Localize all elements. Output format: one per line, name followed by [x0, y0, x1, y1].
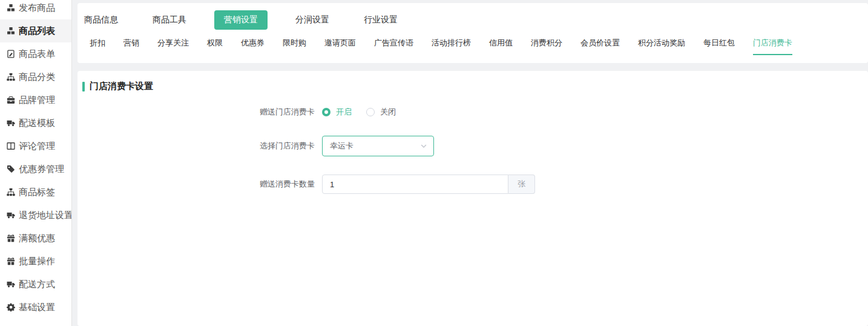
settings-form: 赠送门店消费卡 开启关闭 选择门店消费卡 幸运卡 赠送消费卡数量: [82, 107, 856, 194]
section-title-text: 门店消费卡设置: [90, 81, 153, 92]
card-select-dropdown[interactable]: 幸运卡: [322, 136, 434, 156]
secondary-tab-6[interactable]: 限时购: [283, 35, 306, 55]
sidebar-item-label: 批量操作: [19, 256, 55, 267]
radio-unselected-icon[interactable]: [366, 108, 375, 116]
sidebar-item-label: 配送模板: [19, 118, 55, 129]
sidebar-item-label: 商品表单: [19, 48, 55, 60]
secondary-tab-14[interactable]: 每日红包: [703, 35, 735, 55]
tag-icon: [6, 165, 15, 174]
sidebar-item-13[interactable]: 配送方式: [0, 273, 71, 296]
sidebar-item-5[interactable]: 品牌管理: [0, 88, 71, 111]
quantity-input-group: 张: [322, 175, 535, 194]
gift-switch-label: 赠送门店消费卡: [82, 107, 322, 118]
gift-icon: [6, 257, 15, 266]
quantity-label: 赠送消费卡数量: [82, 179, 322, 190]
sidebar-item-9[interactable]: 商品标签: [0, 181, 71, 204]
sitemap-icon: [6, 73, 15, 82]
secondary-tab-9[interactable]: 活动排行榜: [432, 35, 471, 55]
truck-icon: [6, 280, 15, 289]
radio-option-label: 关闭: [380, 107, 396, 118]
form-row-gift-switch: 赠送门店消费卡 开启关闭: [82, 107, 856, 118]
sidebar-item-label: 商品列表: [19, 25, 55, 37]
sidebar-item-11[interactable]: 满额优惠: [0, 227, 71, 250]
sidebar-item-label: 评论管理: [19, 141, 55, 152]
file-edit-icon: [6, 50, 15, 59]
quantity-input[interactable]: [322, 175, 508, 194]
content-card: 门店消费卡设置 赠送门店消费卡 开启关闭 选择门店消费卡 幸运卡: [77, 71, 868, 326]
form-row-card-select: 选择门店消费卡 幸运卡: [82, 136, 856, 156]
sidebar-item-label: 品牌管理: [19, 95, 55, 106]
card-select-value: 幸运卡: [330, 141, 353, 151]
primary-tab-1[interactable]: 商品信息: [84, 10, 118, 30]
radio-option-label: 开启: [336, 107, 352, 118]
sidebar-item-8[interactable]: 优惠券管理: [0, 158, 71, 181]
gift-switch-group: 开启关闭: [322, 107, 410, 118]
sitemap-icon: [6, 188, 15, 197]
quantity-unit: 张: [508, 175, 535, 194]
secondary-tab-1[interactable]: 折扣: [90, 35, 105, 55]
radio-option-on[interactable]: 开启: [322, 107, 352, 118]
sidebar: 发布商品商品列表商品表单商品分类品牌管理配送模板评论管理优惠券管理商品标签退货地…: [0, 0, 72, 326]
columns-icon: [6, 142, 15, 151]
secondary-tab-10[interactable]: 信用值: [489, 35, 513, 55]
primary-tab-5[interactable]: 行业设置: [364, 10, 398, 30]
card-select-label: 选择门店消费卡: [82, 141, 322, 151]
gift-icon: [6, 234, 15, 243]
radio-option-off[interactable]: 关闭: [366, 107, 396, 118]
truck-icon: [6, 211, 15, 220]
secondary-tab-3[interactable]: 分享关注: [157, 35, 189, 55]
primary-tab-3[interactable]: 营销设置: [214, 10, 268, 30]
primary-tabs: 商品信息商品工具营销设置分润设置行业设置: [84, 10, 856, 30]
secondary-tab-12[interactable]: 会员价设置: [580, 35, 620, 55]
sidebar-item-label: 退货地址设置: [19, 210, 72, 221]
sidebar-item-label: 优惠券管理: [19, 164, 64, 175]
app-layout: 发布商品商品列表商品表单商品分类品牌管理配送模板评论管理优惠券管理商品标签退货地…: [0, 0, 868, 326]
tabs-header-card: 商品信息商品工具营销设置分润设置行业设置 折扣营销分享关注权限优惠券限时购邀请页…: [77, 3, 868, 63]
secondary-tab-4[interactable]: 权限: [207, 35, 223, 55]
sidebar-item-label: 基础设置: [19, 302, 55, 313]
section-title: 门店消费卡设置: [82, 81, 856, 92]
sidebar-item-7[interactable]: 评论管理: [0, 135, 71, 158]
briefcase-icon: [6, 96, 15, 105]
sidebar-item-label: 商品标签: [19, 187, 55, 198]
main-area: 商品信息商品工具营销设置分润设置行业设置 折扣营销分享关注权限优惠券限时购邀请页…: [72, 0, 868, 326]
form-row-quantity: 赠送消费卡数量 张: [82, 175, 856, 194]
sidebar-item-2[interactable]: 商品列表: [0, 19, 71, 42]
sidebar-item-14[interactable]: 基础设置: [0, 296, 71, 319]
cubes-icon: [6, 4, 15, 13]
secondary-tab-15[interactable]: 门店消费卡: [753, 35, 792, 55]
chevron-down-icon: [420, 142, 427, 150]
primary-tab-4[interactable]: 分润设置: [295, 10, 329, 30]
cubes-icon: [6, 27, 15, 36]
sidebar-item-label: 商品分类: [19, 72, 55, 83]
radio-selected-icon[interactable]: [322, 108, 330, 116]
sidebar-item-12[interactable]: 批量操作: [0, 250, 71, 273]
secondary-tab-7[interactable]: 邀请页面: [324, 35, 356, 55]
secondary-tab-11[interactable]: 消费积分: [531, 35, 562, 55]
gear-icon: [6, 303, 15, 312]
secondary-tabs: 折扣营销分享关注权限优惠券限时购邀请页面广告宣传语活动排行榜信用值消费积分会员价…: [84, 35, 856, 55]
sidebar-item-label: 满额优惠: [19, 233, 55, 244]
sidebar-item-label: 配送方式: [19, 279, 55, 290]
sidebar-item-6[interactable]: 配送模板: [0, 111, 71, 135]
secondary-tab-13[interactable]: 积分活动奖励: [638, 35, 685, 55]
primary-tab-2[interactable]: 商品工具: [153, 10, 186, 30]
sidebar-item-3[interactable]: 商品表单: [0, 42, 71, 65]
sidebar-menu: 发布商品商品列表商品表单商品分类品牌管理配送模板评论管理优惠券管理商品标签退货地…: [0, 0, 71, 319]
sidebar-item-4[interactable]: 商品分类: [0, 65, 71, 88]
sidebar-item-label: 发布商品: [19, 2, 55, 14]
secondary-tab-5[interactable]: 优惠券: [241, 35, 265, 55]
section-accent-bar: [82, 82, 85, 91]
sidebar-item-10[interactable]: 退货地址设置: [0, 204, 71, 227]
secondary-tab-8[interactable]: 广告宣传语: [374, 35, 413, 55]
truck-icon: [6, 119, 15, 128]
secondary-tab-2[interactable]: 营销: [123, 35, 139, 55]
sidebar-item-1[interactable]: 发布商品: [0, 0, 71, 19]
